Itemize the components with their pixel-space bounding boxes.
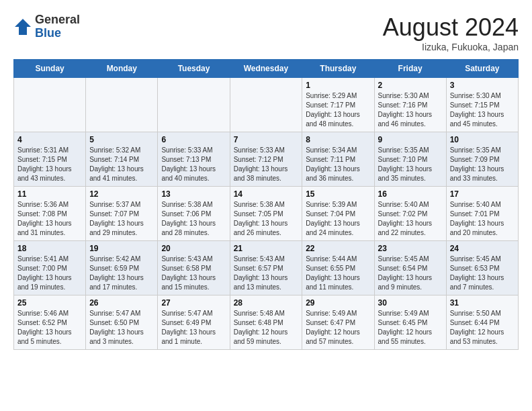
subtitle: Iizuka, Fukuoka, Japan <box>383 42 519 52</box>
day-detail: Sunrise: 5:45 AM Sunset: 6:53 PM Dayligh… <box>450 255 515 292</box>
day-detail: Sunrise: 5:37 AM Sunset: 7:07 PM Dayligh… <box>89 200 154 238</box>
calendar-cell: 29Sunrise: 5:49 AM Sunset: 6:47 PM Dayli… <box>302 295 374 350</box>
days-header-row: SundayMondayTuesdayWednesdayThursdayFrid… <box>14 60 519 78</box>
day-number: 28 <box>234 298 299 308</box>
day-detail: Sunrise: 5:46 AM Sunset: 6:52 PM Dayligh… <box>17 309 82 347</box>
day-detail: Sunrise: 5:31 AM Sunset: 7:15 PM Dayligh… <box>17 146 82 183</box>
logo-blue: Blue <box>35 27 80 40</box>
day-detail: Sunrise: 5:35 AM Sunset: 7:10 PM Dayligh… <box>378 146 443 183</box>
day-detail: Sunrise: 5:35 AM Sunset: 7:09 PM Dayligh… <box>450 146 515 183</box>
logo: General Blue <box>13 13 80 40</box>
calendar-cell: 19Sunrise: 5:42 AM Sunset: 6:59 PM Dayli… <box>86 241 158 295</box>
day-detail: Sunrise: 5:48 AM Sunset: 6:48 PM Dayligh… <box>234 309 299 347</box>
day-number: 20 <box>161 244 226 253</box>
day-header-saturday: Saturday <box>446 60 518 78</box>
calendar-body: 1Sunrise: 5:29 AM Sunset: 7:17 PM Daylig… <box>14 78 519 350</box>
calendar-cell: 17Sunrise: 5:40 AM Sunset: 7:01 PM Dayli… <box>446 187 518 241</box>
day-number: 17 <box>450 189 515 199</box>
day-detail: Sunrise: 5:47 AM Sunset: 6:49 PM Dayligh… <box>161 309 226 347</box>
day-header-monday: Monday <box>86 60 158 78</box>
day-detail: Sunrise: 5:36 AM Sunset: 7:08 PM Dayligh… <box>17 200 82 238</box>
calendar-cell: 30Sunrise: 5:49 AM Sunset: 6:45 PM Dayli… <box>374 295 446 350</box>
day-number: 9 <box>378 135 443 144</box>
day-detail: Sunrise: 5:30 AM Sunset: 7:15 PM Dayligh… <box>450 91 515 129</box>
day-detail: Sunrise: 5:43 AM Sunset: 6:58 PM Dayligh… <box>161 255 226 292</box>
day-number: 4 <box>17 135 82 144</box>
calendar-week-0: 1Sunrise: 5:29 AM Sunset: 7:17 PM Daylig… <box>14 78 519 132</box>
day-header-tuesday: Tuesday <box>158 60 230 78</box>
day-number: 5 <box>89 135 154 144</box>
calendar-cell: 18Sunrise: 5:41 AM Sunset: 7:00 PM Dayli… <box>14 241 86 295</box>
day-detail: Sunrise: 5:50 AM Sunset: 6:44 PM Dayligh… <box>450 309 515 347</box>
calendar-cell: 7Sunrise: 5:33 AM Sunset: 7:12 PM Daylig… <box>230 132 302 187</box>
main-title: August 2024 <box>383 13 519 42</box>
day-number: 14 <box>234 189 299 199</box>
calendar-header: SundayMondayTuesdayWednesdayThursdayFrid… <box>14 60 519 78</box>
calendar-cell: 13Sunrise: 5:38 AM Sunset: 7:06 PM Dayli… <box>158 187 230 241</box>
day-detail: Sunrise: 5:29 AM Sunset: 7:17 PM Dayligh… <box>306 91 370 129</box>
calendar-cell: 27Sunrise: 5:47 AM Sunset: 6:49 PM Dayli… <box>158 295 230 350</box>
day-number: 27 <box>161 298 226 308</box>
calendar-cell: 12Sunrise: 5:37 AM Sunset: 7:07 PM Dayli… <box>86 187 158 241</box>
calendar-cell: 28Sunrise: 5:48 AM Sunset: 6:48 PM Dayli… <box>230 295 302 350</box>
calendar-cell: 16Sunrise: 5:40 AM Sunset: 7:02 PM Dayli… <box>374 187 446 241</box>
day-number: 18 <box>17 244 82 253</box>
calendar-cell: 22Sunrise: 5:44 AM Sunset: 6:55 PM Dayli… <box>302 241 374 295</box>
calendar-cell: 31Sunrise: 5:50 AM Sunset: 6:44 PM Dayli… <box>446 295 518 350</box>
calendar-cell: 25Sunrise: 5:46 AM Sunset: 6:52 PM Dayli… <box>14 295 86 350</box>
day-detail: Sunrise: 5:41 AM Sunset: 7:00 PM Dayligh… <box>17 255 82 292</box>
calendar-week-4: 25Sunrise: 5:46 AM Sunset: 6:52 PM Dayli… <box>14 295 519 350</box>
day-detail: Sunrise: 5:38 AM Sunset: 7:06 PM Dayligh… <box>161 200 226 238</box>
day-detail: Sunrise: 5:33 AM Sunset: 7:12 PM Dayligh… <box>234 146 299 183</box>
day-number: 31 <box>450 298 515 308</box>
logo-icon <box>13 17 32 36</box>
day-number: 30 <box>378 298 443 308</box>
calendar-cell: 24Sunrise: 5:45 AM Sunset: 6:53 PM Dayli… <box>446 241 518 295</box>
logo-general: General <box>35 13 80 27</box>
day-number: 1 <box>306 81 370 90</box>
calendar-cell <box>230 78 302 132</box>
calendar-cell <box>86 78 158 132</box>
calendar-cell: 2Sunrise: 5:30 AM Sunset: 7:16 PM Daylig… <box>374 78 446 132</box>
day-number: 22 <box>306 244 370 253</box>
day-detail: Sunrise: 5:33 AM Sunset: 7:13 PM Dayligh… <box>161 146 226 183</box>
day-number: 2 <box>378 81 443 90</box>
day-number: 13 <box>161 189 226 199</box>
day-number: 26 <box>89 298 154 308</box>
day-header-friday: Friday <box>374 60 446 78</box>
day-detail: Sunrise: 5:40 AM Sunset: 7:01 PM Dayligh… <box>450 200 515 238</box>
day-number: 12 <box>89 189 154 199</box>
day-detail: Sunrise: 5:45 AM Sunset: 6:54 PM Dayligh… <box>378 255 443 292</box>
calendar-cell: 23Sunrise: 5:45 AM Sunset: 6:54 PM Dayli… <box>374 241 446 295</box>
day-header-sunday: Sunday <box>14 60 86 78</box>
day-number: 29 <box>306 298 370 308</box>
calendar-cell: 4Sunrise: 5:31 AM Sunset: 7:15 PM Daylig… <box>14 132 86 187</box>
calendar-cell: 26Sunrise: 5:47 AM Sunset: 6:50 PM Dayli… <box>86 295 158 350</box>
calendar-week-2: 11Sunrise: 5:36 AM Sunset: 7:08 PM Dayli… <box>14 187 519 241</box>
svg-marker-0 <box>15 19 31 35</box>
calendar-cell: 10Sunrise: 5:35 AM Sunset: 7:09 PM Dayli… <box>446 132 518 187</box>
day-detail: Sunrise: 5:42 AM Sunset: 6:59 PM Dayligh… <box>89 255 154 292</box>
day-detail: Sunrise: 5:30 AM Sunset: 7:16 PM Dayligh… <box>378 91 443 129</box>
calendar-cell: 5Sunrise: 5:32 AM Sunset: 7:14 PM Daylig… <box>86 132 158 187</box>
day-number: 15 <box>306 189 370 199</box>
day-number: 11 <box>17 189 82 199</box>
day-detail: Sunrise: 5:32 AM Sunset: 7:14 PM Dayligh… <box>89 146 154 183</box>
day-number: 7 <box>234 135 299 144</box>
day-detail: Sunrise: 5:38 AM Sunset: 7:05 PM Dayligh… <box>234 200 299 238</box>
day-detail: Sunrise: 5:47 AM Sunset: 6:50 PM Dayligh… <box>89 309 154 347</box>
day-number: 8 <box>306 135 370 144</box>
calendar-cell: 1Sunrise: 5:29 AM Sunset: 7:17 PM Daylig… <box>302 78 374 132</box>
day-number: 16 <box>378 189 443 199</box>
calendar-cell <box>14 78 86 132</box>
day-detail: Sunrise: 5:49 AM Sunset: 6:45 PM Dayligh… <box>378 309 443 347</box>
day-number: 25 <box>17 298 82 308</box>
calendar-cell: 20Sunrise: 5:43 AM Sunset: 6:58 PM Dayli… <box>158 241 230 295</box>
day-detail: Sunrise: 5:49 AM Sunset: 6:47 PM Dayligh… <box>306 309 370 347</box>
day-number: 10 <box>450 135 515 144</box>
day-detail: Sunrise: 5:39 AM Sunset: 7:04 PM Dayligh… <box>306 200 370 238</box>
day-number: 3 <box>450 81 515 90</box>
calendar-table: SundayMondayTuesdayWednesdayThursdayFrid… <box>13 59 519 350</box>
day-number: 23 <box>378 244 443 253</box>
calendar-cell: 3Sunrise: 5:30 AM Sunset: 7:15 PM Daylig… <box>446 78 518 132</box>
